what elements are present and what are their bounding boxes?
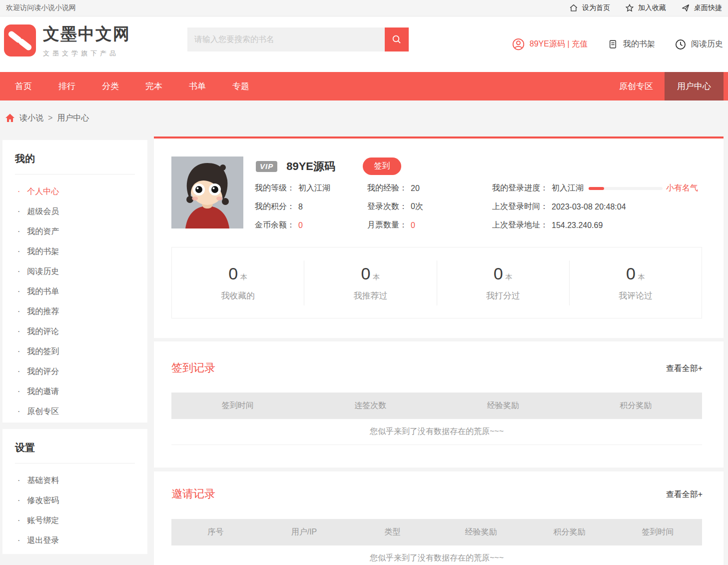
nav-item-topics[interactable]: 专题 bbox=[232, 80, 249, 92]
desktop-shortcut-label: 桌面快捷 bbox=[694, 4, 722, 12]
welcome-text: 欢迎访问读小说小说网 bbox=[6, 4, 76, 12]
counter-box: 0本 我收藏的 0本 我推荐过 0本 我打分过 0本 我评论过 bbox=[171, 247, 702, 318]
column-header: 类型 bbox=[348, 527, 437, 538]
profile-panel: VIP 89YE源码 签到 我的等级：初入江湖 我的积分：8 金币余额：0 我的… bbox=[154, 136, 724, 338]
sidebar-item-basic-profile[interactable]: ·基础资料 bbox=[17, 470, 147, 490]
column-header: 序号 bbox=[171, 527, 260, 538]
column-header: 签到时间 bbox=[171, 400, 304, 411]
level-label: 我的等级： bbox=[255, 183, 295, 194]
sidebar-item-change-password[interactable]: ·修改密码 bbox=[17, 490, 147, 510]
account-label: 89YE源码 | 充值 bbox=[530, 39, 588, 50]
history-link[interactable]: 阅读历史 bbox=[675, 39, 723, 50]
sidebar-item-my-comments[interactable]: ·我的评论 bbox=[17, 322, 147, 342]
account-link[interactable]: 89YE源码 | 充值 bbox=[512, 38, 588, 50]
counter-recommended[interactable]: 0本 我推荐过 bbox=[304, 264, 436, 302]
topbar: 欢迎访问读小说小说网 设为首页 加入收藏 桌面快捷 bbox=[0, 0, 728, 16]
column-header: 经验奖励 bbox=[437, 400, 570, 411]
breadcrumb: 读小说 > 用户中心 bbox=[5, 100, 89, 136]
sidebar-my-title: 我的 bbox=[15, 152, 147, 166]
clock-icon bbox=[675, 39, 686, 50]
points-value: 8 bbox=[298, 202, 303, 212]
search-icon bbox=[391, 34, 402, 45]
add-favorite-label: 加入收藏 bbox=[638, 4, 666, 12]
home-icon bbox=[569, 4, 578, 12]
sidebar-item-logout[interactable]: ·退出登录 bbox=[17, 530, 147, 550]
breadcrumb-root[interactable]: 读小说 bbox=[19, 113, 43, 124]
sidebar-item-original-zone[interactable]: ·原创专区 bbox=[17, 402, 147, 422]
breadcrumb-home-icon bbox=[5, 113, 15, 123]
divider bbox=[15, 174, 135, 174]
page: 欢迎访问读小说小说网 设为首页 加入收藏 桌面快捷 文墨中文网 文墨文学旗下产品 bbox=[0, 0, 728, 565]
sidebar-settings-section: 设置 ·基础资料 ·修改密码 ·账号绑定 ·退出登录 bbox=[2, 429, 147, 554]
invite-records-title: 邀请记录 bbox=[171, 486, 215, 502]
counter-favorites[interactable]: 0本 我收藏的 bbox=[172, 264, 304, 302]
main-nav: 首页 排行 分类 完本 书单 专题 原创专区 用户中心 bbox=[0, 72, 728, 100]
sidebar-item-my-assets[interactable]: ·我的资产 bbox=[17, 222, 147, 242]
breadcrumb-separator: > bbox=[48, 114, 52, 122]
sidebar-item-my-bookshelf[interactable]: ·我的书架 bbox=[17, 242, 147, 262]
sidebar-item-my-signin[interactable]: ·我的签到 bbox=[17, 342, 147, 362]
sidebar-item-account-binding[interactable]: ·账号绑定 bbox=[17, 510, 147, 530]
sidebar-my-section: 我的 ·个人中心 ·超级会员 ·我的资产 ·我的书架 ·阅读历史 ·我的书单 ·… bbox=[2, 140, 147, 422]
sidebar-item-super-vip[interactable]: ·超级会员 bbox=[17, 202, 147, 222]
site-tagline: 文墨文学旗下产品 bbox=[43, 49, 130, 58]
bookshelf-icon bbox=[608, 39, 618, 50]
header: 文墨中文网 文墨文学旗下产品 89YE源码 | 充值 我的书架 阅读历史 bbox=[0, 16, 728, 72]
signin-records-panel: 签到记录 查看全部+ 签到时间 连签次数 经验奖励 积分奖励 您似乎来到了没有数… bbox=[154, 342, 724, 468]
search-bar bbox=[187, 28, 409, 52]
column-header: 连签次数 bbox=[304, 400, 437, 411]
sidebar-item-personal-center[interactable]: ·个人中心 bbox=[17, 182, 147, 202]
set-home-label: 设为首页 bbox=[582, 4, 610, 12]
search-button[interactable] bbox=[385, 28, 409, 52]
send-icon bbox=[681, 4, 690, 12]
user-icon bbox=[512, 38, 525, 50]
counter-commented[interactable]: 0本 我评论过 bbox=[570, 264, 702, 302]
signin-button[interactable]: 签到 bbox=[363, 158, 401, 175]
sidebar-item-my-recommend[interactable]: ·我的推荐 bbox=[17, 302, 147, 322]
ticket-label: 月票数量： bbox=[367, 220, 407, 230]
nav-item-booklist[interactable]: 书单 bbox=[189, 80, 206, 92]
sidebar-item-my-ratings[interactable]: ·我的评分 bbox=[17, 362, 147, 382]
column-header: 签到时间 bbox=[614, 527, 702, 538]
login-progress-current: 初入江湖 bbox=[552, 183, 584, 194]
bookshelf-link[interactable]: 我的书架 bbox=[608, 39, 655, 50]
nav-item-finished[interactable]: 完本 bbox=[145, 80, 162, 92]
site-logo[interactable]: 文墨中文网 文墨文学旗下产品 bbox=[4, 23, 130, 58]
exp-value: 20 bbox=[411, 184, 420, 193]
exp-label: 我的经验： bbox=[367, 183, 407, 194]
signin-table-header: 签到时间 连签次数 经验奖励 积分奖励 bbox=[171, 392, 702, 419]
sidebar-item-my-invites[interactable]: ·我的邀请 bbox=[17, 382, 147, 402]
column-header: 积分奖励 bbox=[525, 527, 614, 538]
logins-label: 登录次数： bbox=[367, 202, 407, 212]
bookshelf-label: 我的书架 bbox=[623, 39, 655, 50]
counter-rated[interactable]: 0本 我打分过 bbox=[437, 264, 569, 302]
breadcrumb-current: 用户中心 bbox=[57, 113, 89, 124]
nav-item-category[interactable]: 分类 bbox=[102, 80, 119, 92]
last-login-time-label: 上次登录时间： bbox=[492, 202, 548, 212]
nav-item-rank[interactable]: 排行 bbox=[58, 80, 75, 92]
avatar-image bbox=[171, 156, 243, 228]
signin-records-title: 签到记录 bbox=[171, 360, 215, 376]
column-header: 积分奖励 bbox=[570, 400, 703, 411]
login-progress-next: 小有名气 bbox=[666, 183, 698, 194]
avatar bbox=[171, 156, 243, 228]
history-label: 阅读历史 bbox=[691, 39, 723, 50]
header-links: 89YE源码 | 充值 我的书架 阅读历史 bbox=[512, 16, 723, 72]
nav-item-original-zone[interactable]: 原创专区 bbox=[619, 72, 653, 100]
sidebar-settings-title: 设置 bbox=[15, 441, 147, 454]
sidebar-item-reading-history[interactable]: ·阅读历史 bbox=[17, 262, 147, 282]
gold-value: 0 bbox=[298, 221, 303, 230]
set-home-link[interactable]: 设为首页 bbox=[569, 4, 610, 12]
invite-view-all-link[interactable]: 查看全部+ bbox=[666, 490, 703, 500]
nav-item-home[interactable]: 首页 bbox=[15, 80, 32, 92]
sidebar-item-my-booklist[interactable]: ·我的书单 bbox=[17, 282, 147, 302]
points-label: 我的积分： bbox=[255, 202, 295, 212]
signin-view-all-link[interactable]: 查看全部+ bbox=[666, 364, 703, 374]
login-progress-fill bbox=[589, 187, 604, 190]
nav-item-user-center[interactable]: 用户中心 bbox=[665, 72, 724, 100]
search-input[interactable] bbox=[187, 28, 385, 52]
desktop-shortcut-link[interactable]: 桌面快捷 bbox=[681, 4, 722, 12]
last-login-time-value: 2023-03-08 20:48:04 bbox=[552, 202, 626, 212]
add-favorite-link[interactable]: 加入收藏 bbox=[625, 4, 666, 12]
logo-icon bbox=[4, 24, 36, 56]
